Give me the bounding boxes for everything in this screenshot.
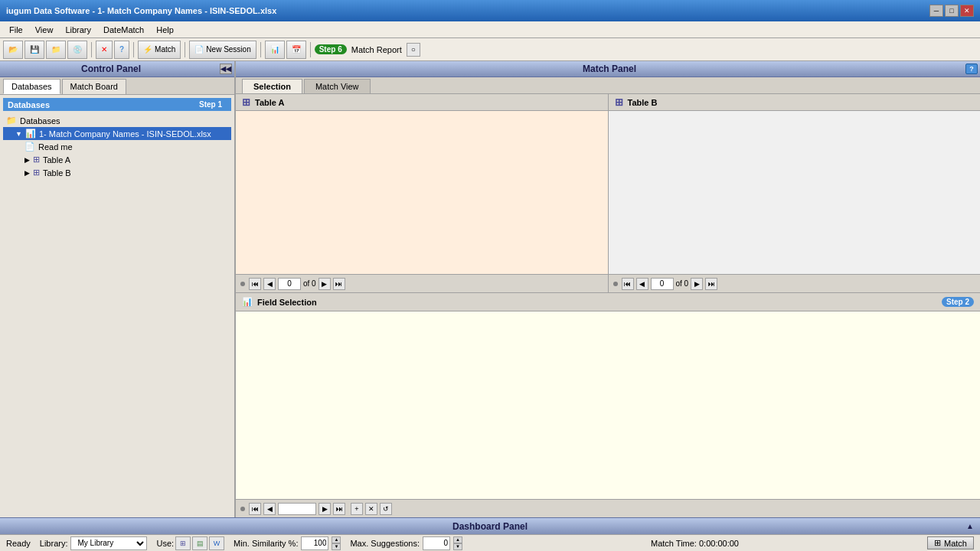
tab-databases[interactable]: Databases — [3, 79, 60, 94]
table-b-nav: ⏮ ◀ of 0 ▶ ⏭ — [609, 274, 981, 292]
menu-library[interactable]: Library — [59, 24, 97, 36]
max-sug-down[interactable]: ▼ — [453, 543, 462, 550]
match-help-button[interactable]: ? — [965, 64, 978, 74]
tab-match-board[interactable]: Match Board — [62, 79, 126, 94]
table-b-section: ⊞ Table B ⏮ ◀ of 0 ▶ ⏭ — [609, 94, 981, 292]
minimize-button[interactable]: ─ — [929, 5, 943, 17]
table-b-prev-btn[interactable]: ◀ — [636, 278, 648, 290]
field-selection-header: 📊 Field Selection Step 2 — [236, 293, 980, 311]
control-panel-close[interactable]: ◀◀ — [220, 64, 232, 74]
min-similarity-section: Min. Similarity %: ▲ ▼ — [234, 536, 341, 550]
table-b-next-btn[interactable]: ▶ — [691, 278, 703, 290]
field-chart-icon: 📊 — [242, 297, 253, 307]
save-button[interactable]: 💾 — [24, 41, 44, 59]
match-button[interactable]: ⚡ Match — [138, 41, 181, 59]
max-sug-label: Max. Suggestions: — [350, 539, 420, 548]
min-sim-down[interactable]: ▼ — [332, 543, 341, 550]
table-a-next-btn[interactable]: ▶ — [318, 278, 331, 290]
close-button[interactable]: ✕ — [960, 5, 974, 17]
control-panel-title: Control Panel — [2, 64, 220, 74]
stop-button[interactable]: ✕ — [96, 41, 113, 59]
field-selection-section: 📊 Field Selection Step 2 ⏮ ◀ ▶ ⏭ + ✕ ↺ — [236, 293, 980, 517]
step6-badge: Step 6 — [315, 44, 347, 54]
tree-table-b[interactable]: ▶ ⊞ Table B — [3, 166, 231, 179]
panel-tabs: Databases Match Board — [0, 77, 234, 95]
field-remove-btn[interactable]: ✕ — [365, 503, 377, 515]
file-label: 1- Match Company Names - ISIN-SEDOL.xlsx — [39, 129, 211, 139]
match-tabs: Selection Match View — [236, 77, 980, 94]
field-prev-btn[interactable]: ◀ — [263, 503, 276, 515]
report-btn[interactable]: 📊 — [265, 41, 285, 59]
tree-file-item[interactable]: ▼ 📊 1- Match Company Names - ISIN-SEDOL.… — [3, 127, 231, 140]
table-b-first-btn[interactable]: ⏮ — [622, 278, 634, 290]
table-b-page-input[interactable] — [651, 278, 674, 290]
readme-label: Read me — [38, 142, 73, 152]
dashboard-expand-btn[interactable]: ▲ — [966, 522, 974, 530]
tree-readme[interactable]: 📄 Read me — [3, 140, 231, 153]
tree-databases-root[interactable]: 📁 Databases — [3, 114, 231, 127]
databases-label: Databases — [8, 100, 50, 109]
library-dropdown[interactable]: My Library — [70, 536, 147, 550]
max-suggestions-section: Max. Suggestions: ▲ ▼ — [350, 536, 462, 550]
table-a-last-btn[interactable]: ⏭ — [333, 278, 345, 290]
field-selection-content — [236, 311, 980, 499]
help-button[interactable]: ? — [114, 41, 129, 59]
table-a-section: ⊞ Table A ⏮ ◀ of 0 ▶ ⏭ — [236, 94, 609, 292]
databases-header: Databases Step 1 — [3, 98, 231, 111]
match-panel-title: Match Panel — [583, 64, 636, 74]
maximize-button[interactable]: □ — [945, 5, 959, 17]
dashboard-panel: Dashboard Panel ▲ — [0, 517, 980, 534]
min-sim-up[interactable]: ▲ — [332, 536, 341, 543]
control-panel-header: Control Panel ◀◀ — [0, 61, 234, 77]
table-b-nav-dot — [613, 282, 618, 286]
tree-table-a[interactable]: ▶ ⊞ Table A — [3, 153, 231, 166]
field-first-btn[interactable]: ⏮ — [249, 503, 261, 515]
min-sim-input[interactable] — [301, 536, 328, 550]
tab-match-view[interactable]: Match View — [304, 79, 371, 93]
menu-bar: File View Library DateMatch Help — [0, 21, 980, 38]
calendar-btn[interactable]: 📅 — [286, 41, 306, 59]
title-bar: iugum Data Software - 1- Match Company N… — [0, 0, 980, 21]
table-a-first-btn[interactable]: ⏮ — [249, 278, 261, 290]
step2-badge: Step 2 — [942, 297, 974, 307]
menu-datematch[interactable]: DateMatch — [97, 24, 150, 36]
new-session-label: New Session — [206, 45, 250, 54]
max-sug-up[interactable]: ▲ — [453, 536, 462, 543]
table-b-of-text: of 0 — [676, 279, 689, 288]
field-next-btn[interactable]: ▶ — [318, 503, 331, 515]
tab-selection[interactable]: Selection — [242, 79, 302, 93]
field-add-btn[interactable]: + — [351, 503, 363, 515]
menu-file[interactable]: File — [3, 24, 29, 36]
use-table-btn[interactable]: ▤ — [192, 536, 207, 550]
table-a-prev-btn[interactable]: ◀ — [263, 278, 276, 290]
folder-button[interactable]: 📁 — [46, 41, 66, 59]
table-b-content — [609, 111, 981, 274]
use-grid-btn[interactable]: ⊞ — [175, 536, 191, 550]
separator-4 — [260, 42, 261, 57]
open-button[interactable]: 📂 — [3, 41, 23, 59]
disk-button[interactable]: 💿 — [67, 41, 87, 59]
menu-view[interactable]: View — [29, 24, 60, 36]
field-last-btn[interactable]: ⏭ — [333, 503, 345, 515]
table-a-title: Table A — [255, 98, 285, 107]
table-a-grid-icon: ⊞ — [242, 96, 250, 108]
main-layout: Control Panel ◀◀ Databases Match Board D… — [0, 61, 980, 517]
table-a-page-input[interactable] — [278, 278, 301, 290]
panel-content: Databases Step 1 📁 Databases ▼ 📊 1- Matc… — [0, 95, 234, 517]
table-b-last-btn[interactable]: ⏭ — [705, 278, 717, 290]
progress-spinner[interactable]: ○ — [407, 43, 420, 57]
match-status-label: Match — [944, 539, 967, 548]
separator-2 — [133, 42, 134, 57]
dashboard-title: Dashboard Panel — [452, 521, 528, 532]
match-icon: ⚡ — [143, 45, 152, 54]
new-session-button[interactable]: 📄 New Session — [189, 41, 256, 59]
match-time: Match Time: 0:00:00:00 — [472, 539, 918, 548]
match-status-icon: ⊞ — [934, 538, 941, 548]
menu-help[interactable]: Help — [150, 24, 180, 36]
use-word-btn[interactable]: W — [209, 536, 224, 550]
field-page-input[interactable] — [278, 503, 316, 515]
databases-root-label: Databases — [20, 116, 60, 126]
max-sug-input[interactable] — [423, 536, 450, 550]
field-refresh-btn[interactable]: ↺ — [380, 503, 392, 515]
match-status-button[interactable]: ⊞ Match — [927, 536, 974, 549]
